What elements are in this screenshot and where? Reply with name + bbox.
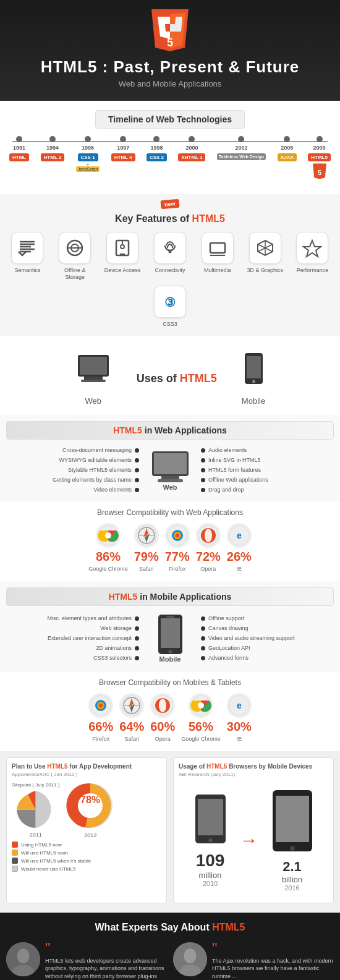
svg-text:e: e	[237, 530, 242, 540]
plan-source: Appcelerator/IDC ( Jan 2012 )	[12, 772, 161, 777]
mindmap-dot	[135, 656, 139, 660]
usage-from: 109 million 2010	[193, 793, 227, 887]
safari-name-m: Safari	[124, 736, 139, 742]
opera-icon-m	[150, 693, 175, 718]
uses-title: Uses of HTML5	[137, 372, 217, 385]
timeline-year: 1991	[13, 145, 25, 151]
mindmap-center-mobile: Mobile	[142, 613, 198, 663]
legend-item-4: Would never use HTML5	[12, 866, 161, 872]
safari-icon-m	[119, 693, 144, 718]
feature-connectivity: Connectivity	[151, 232, 189, 281]
firefox-pct: 77%	[165, 550, 190, 564]
mindmap-center-web: Web	[142, 450, 198, 491]
quote-row: " HTML5 lets web developers create advan…	[6, 942, 334, 980]
web-mindmap: Cross-document messaging WYSIWYG editabl…	[6, 447, 334, 493]
multimedia-label: Multimedia	[204, 267, 231, 274]
feature-device: Device Access	[104, 232, 141, 281]
html5-logo: 5	[151, 9, 189, 51]
jobs-avatar-svg	[6, 942, 40, 976]
css3-icon: ③	[154, 286, 186, 318]
browser-safari: 79% Safari	[134, 523, 159, 572]
feature-text: Advanced forms	[201, 655, 334, 661]
timeline-dot	[317, 136, 323, 142]
ie-icon: e	[227, 523, 252, 548]
mindmap-dot	[201, 488, 205, 492]
pie-2011-source: Sitepoint ( July 2011 )	[12, 782, 59, 788]
timeline-items: 1991 HTML 1994 HTML 2 1996 CSS 1 +JavaSc…	[9, 136, 331, 182]
jobs-text: HTML5 lets web developers create advance…	[45, 957, 167, 980]
to-year: 2016	[271, 884, 314, 892]
svg-point-34	[105, 532, 111, 539]
pie-2011-chart	[15, 790, 56, 830]
svg-point-13	[121, 245, 124, 249]
usage-source: ABI Research (July 2011)	[179, 772, 328, 777]
legend-item-3: Will use HTML5 when it's stable	[12, 858, 161, 864]
timeline-item-1991: 1991 HTML	[9, 136, 29, 182]
ie-name: IE	[237, 566, 242, 572]
legend-label: Will use HTML5 when it's stable	[21, 858, 91, 864]
usage-to: 2.1 billion 2016	[271, 788, 314, 892]
svg-text:5: 5	[167, 36, 173, 49]
svg-rect-22	[80, 357, 107, 375]
timeline-tag: AJAX	[278, 153, 297, 161]
mindmap-dot	[135, 636, 139, 641]
mobile-icon	[243, 352, 265, 393]
safari-name: Safari	[139, 566, 154, 572]
mindmap-dot	[201, 646, 205, 650]
experts-section: What Experts Say About HTML5 " HTML5 let…	[0, 913, 340, 980]
mindmap-dot	[135, 488, 139, 492]
feature-text: Inline SVG in HTML5	[201, 457, 334, 463]
mobile-mindmap: Misc. element types and attributes Web s…	[6, 613, 334, 663]
phone-small-icon	[193, 793, 227, 845]
multimedia-icon	[202, 232, 234, 264]
browser-mobile-title: Browser Compatibility on Mobiles & Table…	[6, 678, 334, 687]
ie-name-m: IE	[237, 736, 242, 742]
web-app-header: HTML5 in Web Applications	[6, 421, 334, 440]
jobs-avatar	[6, 942, 40, 976]
connectivity-label: Connectivity	[155, 267, 185, 274]
dion-content: " The Ajax revolution was a hack, and wi…	[212, 942, 334, 980]
css3-label: CSS3	[163, 321, 177, 328]
quote-mark: "	[212, 942, 334, 954]
center-label-web: Web	[163, 484, 177, 491]
legend-dot	[12, 842, 18, 848]
legend-label: Would never use HTML5	[21, 866, 75, 872]
svg-rect-29	[154, 453, 187, 474]
plan-box: Plan to Use HTML5 for App Development Ap…	[6, 757, 167, 903]
quote-jobs: " HTML5 lets web developers create advan…	[6, 942, 167, 980]
svg-point-82	[17, 948, 30, 963]
browser-opera: 72% Opera	[196, 523, 221, 572]
safari-pct-m: 64%	[119, 720, 144, 734]
feature-text: Offline support	[201, 615, 334, 621]
feature-offline: Offline & Storage	[56, 232, 93, 281]
timeline-dot	[120, 136, 126, 142]
feature-semantics: Semantics	[9, 232, 46, 281]
feature-text: Offline Web applications	[201, 477, 334, 483]
browser-mobile-row: 66% Firefox 64% Safari 60% Opera 56% Goo…	[6, 693, 334, 742]
mobile-firefox: 66% Firefox	[88, 693, 113, 742]
3d-label: 3D & Graphics	[247, 267, 283, 274]
feature-3d: 3D & Graphics	[247, 232, 284, 281]
offline-label: Offline & Storage	[56, 267, 93, 281]
header: 5 HTML5 : Past, Present & Future Web and…	[0, 0, 340, 101]
dion-text: The Ajax revolution was a hack, and with…	[212, 957, 334, 980]
chrome-pct: 86%	[96, 550, 121, 564]
new-badge: new	[161, 199, 180, 210]
timeline-dot	[153, 136, 159, 142]
use-mobile: Mobile	[242, 352, 265, 406]
feature-text: Canvas drawing	[201, 625, 334, 631]
legend-item-2: Will use HTML5 soon	[12, 850, 161, 856]
timeline-item-2009: 2009 HTML5 5	[308, 136, 331, 182]
feature-text: Getting elements by class name	[6, 477, 139, 483]
performance-label: Performance	[297, 267, 329, 274]
feature-text: Video elements	[6, 487, 139, 493]
timeline-year: 2002	[235, 145, 247, 151]
device-label: Device Access	[104, 267, 141, 274]
svg-rect-31	[158, 479, 183, 482]
plan-charts: Sitepoint ( July 2011 ) 2011	[12, 781, 161, 838]
semantics-icon	[11, 232, 43, 264]
svg-point-27	[252, 380, 255, 383]
svg-text:5: 5	[317, 169, 321, 176]
svg-point-14	[168, 250, 171, 254]
subtitle: Web and Mobile Applications	[6, 79, 334, 88]
